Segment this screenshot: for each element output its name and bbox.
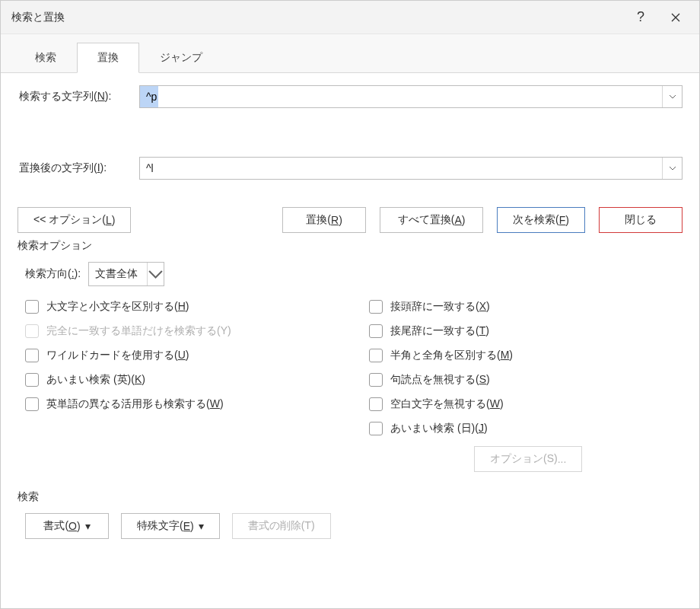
checkbox-item[interactable]: あいまい検索 (英)(K) bbox=[25, 373, 339, 387]
checkbox-right-column: 接頭辞に一致する(X)接尾辞に一致する(T)半角と全角を区別する(M)句読点を無… bbox=[369, 300, 682, 435]
checkbox-label: あいまい検索 (日)(J) bbox=[390, 422, 488, 435]
checkbox-box bbox=[369, 324, 383, 338]
format-button[interactable]: 書式(O)▾ bbox=[25, 513, 109, 539]
find-label: 検索する文字列(N): bbox=[18, 90, 130, 104]
caret-down-icon: ▾ bbox=[199, 520, 204, 532]
checkbox-box bbox=[25, 349, 39, 362]
checkbox-label: 句読点を無視する(S) bbox=[390, 373, 490, 387]
find-next-button[interactable]: 次を検索(F) bbox=[497, 207, 585, 233]
checkbox-label: あいまい検索 (英)(K) bbox=[46, 373, 145, 387]
chevron-down-icon bbox=[669, 94, 676, 99]
checkbox-label: 完全に一致する単語だけを検索する(Y) bbox=[46, 324, 231, 338]
checkbox-box bbox=[25, 300, 39, 314]
find-replace-dialog: 検索と置換 ? 検索 置換 ジャンプ 検索する文字列(N): 置換後の文字列(I… bbox=[0, 0, 700, 609]
checkbox-item[interactable]: 接頭辞に一致する(X) bbox=[369, 300, 682, 314]
chevron-down-icon bbox=[669, 166, 676, 171]
checkbox-label: 接頭辞に一致する(X) bbox=[390, 300, 490, 314]
replace-combo bbox=[139, 157, 682, 180]
checkbox-left-column: 大文字と小文字を区別する(H)完全に一致する単語だけを検索する(Y)ワイルドカー… bbox=[25, 300, 339, 435]
find-combo bbox=[139, 85, 682, 108]
fuzzy-options-button: オプション(S)... bbox=[474, 446, 582, 472]
special-button[interactable]: 特殊文字(E)▾ bbox=[121, 513, 220, 539]
checkbox-box bbox=[25, 373, 39, 387]
checkbox-item: 完全に一致する単語だけを検索する(Y) bbox=[25, 324, 339, 338]
checkbox-label: 半角と全角を区別する(M) bbox=[390, 349, 513, 362]
checkbox-label: 空白文字を無視する(W) bbox=[390, 397, 504, 411]
tab-replace[interactable]: 置換 bbox=[77, 43, 139, 73]
dialog-body: 検索する文字列(N): 置換後の文字列(I): bbox=[1, 72, 699, 608]
direction-value: 文書全体 bbox=[95, 267, 138, 281]
checkbox-box bbox=[369, 422, 383, 435]
checkbox-label: 大文字と小文字を区別する(H) bbox=[46, 300, 189, 314]
close-button[interactable]: 閉じる bbox=[599, 207, 682, 233]
bottom-label: 検索 bbox=[18, 490, 682, 504]
search-options-label: 検索オプション bbox=[18, 239, 682, 253]
checkbox-label: ワイルドカードを使用する(U) bbox=[46, 349, 189, 362]
checkbox-box bbox=[369, 397, 383, 411]
direction-row: 検索方向(:): 文書全体 bbox=[25, 262, 682, 286]
checkbox-box bbox=[369, 373, 383, 387]
less-options-button[interactable]: << オプション(L) bbox=[18, 207, 131, 233]
checkbox-grid: 大文字と小文字を区別する(H)完全に一致する単語だけを検索する(Y)ワイルドカー… bbox=[18, 300, 682, 435]
action-buttons: << オプション(L) 置換(R) すべて置換(A) 次を検索(F) 閉じる bbox=[18, 207, 682, 233]
checkbox-item[interactable]: ワイルドカードを使用する(U) bbox=[25, 349, 339, 362]
help-button[interactable]: ? bbox=[623, 5, 658, 30]
checkbox-item[interactable]: 半角と全角を区別する(M) bbox=[369, 349, 682, 362]
checkbox-item[interactable]: 句読点を無視する(S) bbox=[369, 373, 682, 387]
clear-format-button: 書式の削除(T) bbox=[232, 513, 331, 539]
replace-dropdown-button[interactable] bbox=[662, 158, 682, 179]
caret-down-icon: ▾ bbox=[85, 520, 91, 532]
replace-label: 置換後の文字列(I): bbox=[18, 161, 130, 175]
checkbox-item[interactable]: 大文字と小文字を区別する(H) bbox=[25, 300, 339, 314]
find-dropdown-button[interactable] bbox=[662, 86, 682, 107]
dialog-title: 検索と置換 bbox=[11, 11, 623, 24]
direction-dropdown-icon bbox=[147, 263, 164, 285]
checkbox-box bbox=[25, 397, 39, 411]
checkbox-item[interactable]: あいまい検索 (日)(J) bbox=[369, 422, 682, 435]
tab-search[interactable]: 検索 bbox=[14, 43, 77, 73]
tab-strip: 検索 置換 ジャンプ bbox=[1, 34, 699, 72]
bottom-section: 検索 書式(O)▾ 特殊文字(E)▾ 書式の削除(T) bbox=[18, 490, 682, 539]
checkbox-item[interactable]: 空白文字を無視する(W) bbox=[369, 397, 682, 411]
direction-label: 検索方向(:): bbox=[25, 267, 81, 281]
find-row: 検索する文字列(N): bbox=[18, 85, 682, 108]
bottom-buttons: 書式(O)▾ 特殊文字(E)▾ 書式の削除(T) bbox=[18, 513, 682, 539]
checkbox-label: 接尾辞に一致する(T) bbox=[390, 324, 489, 338]
replace-button[interactable]: 置換(R) bbox=[282, 207, 366, 233]
find-input[interactable] bbox=[140, 86, 662, 107]
checkbox-item[interactable]: 接尾辞に一致する(T) bbox=[369, 324, 682, 338]
replace-all-button[interactable]: すべて置換(A) bbox=[380, 207, 483, 233]
checkbox-label: 英単語の異なる活用形も検索する(W) bbox=[46, 397, 224, 411]
checkbox-item[interactable]: 英単語の異なる活用形も検索する(W) bbox=[25, 397, 339, 411]
chevron-down-icon bbox=[148, 269, 164, 279]
replace-input[interactable] bbox=[140, 158, 662, 179]
close-icon-button[interactable] bbox=[658, 5, 693, 30]
direction-select[interactable]: 文書全体 bbox=[88, 262, 164, 286]
replace-row: 置換後の文字列(I): bbox=[18, 157, 682, 180]
checkbox-box bbox=[369, 300, 383, 314]
checkbox-box bbox=[369, 349, 383, 362]
titlebar: 検索と置換 ? bbox=[1, 1, 699, 34]
checkbox-box bbox=[25, 324, 39, 338]
tab-jump[interactable]: ジャンプ bbox=[139, 43, 223, 73]
